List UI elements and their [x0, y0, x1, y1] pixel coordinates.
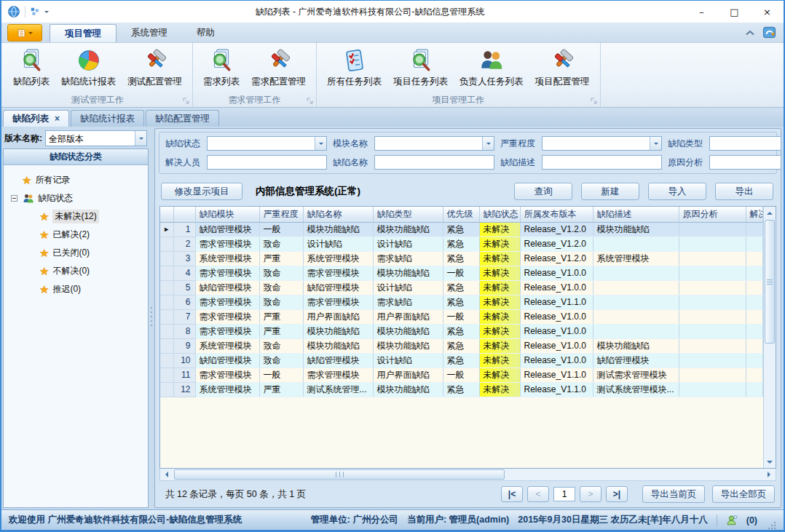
table-cell[interactable] [746, 353, 763, 368]
dialog-launcher-icon[interactable] [183, 98, 190, 105]
table-cell[interactable]: 设计缺陷 [303, 237, 373, 251]
table-cell[interactable]: 系统管理模块 [303, 251, 373, 266]
table-cell[interactable]: 需求缺陷 [373, 251, 443, 266]
table-cell[interactable]: 未解决 [479, 382, 520, 397]
table-cell[interactable] [593, 309, 679, 324]
table-cell[interactable] [593, 237, 679, 251]
table-cell[interactable]: 需求管理模块 [303, 295, 373, 309]
table-cell[interactable]: 紧急 [443, 280, 479, 295]
table-cell[interactable]: 系统管理模块 [195, 338, 259, 353]
table-cell[interactable]: 致命 [259, 237, 303, 251]
last-page-button[interactable]: >| [606, 486, 628, 502]
defect-report-button[interactable]: 缺陷统计报表 [55, 45, 122, 90]
table-cell[interactable]: 系统管理模块 [195, 382, 259, 397]
table-cell[interactable] [593, 324, 679, 338]
table-cell[interactable]: 严重 [259, 382, 303, 397]
table-row[interactable]: 10缺陷管理模块致命缺陷管理模块设计缺陷紧急未解决Release_V1.0.0缺… [160, 353, 763, 368]
column-header-0[interactable]: 缺陷模块 [195, 207, 259, 222]
table-cell[interactable]: 未解决 [479, 324, 520, 338]
table-cell[interactable]: 需求缺陷 [373, 295, 443, 309]
table-cell[interactable]: Release_V1.0.0 [520, 280, 593, 295]
table-cell[interactable]: 系统管理模块 [593, 251, 679, 266]
export-button[interactable]: 导出 [715, 183, 773, 200]
chevron-down-icon[interactable] [315, 137, 326, 150]
chevron-down-icon[interactable] [650, 137, 661, 150]
tree-item-postponed[interactable]: ★ 推迟(0) [11, 280, 145, 298]
version-combobox[interactable]: 全部版本 [45, 130, 147, 146]
table-cell[interactable]: 设计缺陷 [373, 280, 443, 295]
table-cell[interactable]: 紧急 [443, 222, 479, 237]
minimize-button[interactable]: – [685, 1, 718, 23]
project-config-button[interactable]: 项目配置管理 [529, 45, 596, 90]
table-cell[interactable] [679, 266, 746, 280]
table-cell[interactable]: Release_V1.1.0 [520, 368, 593, 382]
tree-item-closed[interactable]: ★ 已关闭(0) [11, 244, 145, 262]
table-cell[interactable]: 致命 [259, 280, 303, 295]
table-cell[interactable] [746, 280, 763, 295]
table-row[interactable]: 12系统管理模块严重测试系统管理...模块功能缺陷紧急未解决Release_V1… [160, 382, 763, 397]
table-cell[interactable]: 紧急 [443, 295, 479, 309]
query-button[interactable]: 查询 [514, 183, 572, 200]
ribbon-tab-help[interactable]: 帮助 [182, 24, 229, 42]
table-cell[interactable]: 模块功能缺陷 [373, 266, 443, 280]
table-row[interactable]: 2需求管理模块致命设计缺陷设计缺陷紧急未解决Release_V1.2.0 [160, 237, 763, 251]
dialog-launcher-icon[interactable] [591, 98, 598, 105]
table-cell[interactable]: 紧急 [443, 338, 479, 353]
test-config-button[interactable]: 测试配置管理 [122, 45, 188, 90]
tree-item-resolved[interactable]: ★ 已解决(2) [11, 226, 145, 244]
table-cell[interactable]: 未解决 [479, 353, 520, 368]
table-cell[interactable]: 紧急 [443, 324, 479, 338]
vertical-scroll-thumb[interactable] [765, 220, 775, 344]
table-cell[interactable] [593, 280, 679, 295]
table-cell[interactable] [593, 266, 679, 280]
table-cell[interactable]: 模块功能缺陷 [303, 338, 373, 353]
scroll-down-icon[interactable] [764, 456, 776, 468]
filter-combo-defect-status[interactable] [207, 136, 327, 151]
table-cell[interactable]: 需求管理模块 [303, 266, 373, 280]
quick-access-squares-icon[interactable] [30, 7, 40, 17]
messenger-person-icon[interactable] [726, 515, 738, 526]
table-cell[interactable] [746, 251, 763, 266]
table-cell[interactable]: Release_V1.0.0 [520, 266, 593, 280]
chevron-down-icon[interactable] [482, 137, 494, 150]
table-row[interactable]: 7需求管理模块严重用户界面缺陷用户界面缺陷一般未解决Release_V1.0.0 [160, 309, 763, 324]
table-cell[interactable]: 未解决 [479, 266, 520, 280]
column-header-3[interactable]: 缺陷类型 [373, 207, 443, 222]
vertical-scrollbar[interactable] [763, 207, 776, 468]
ribbon-tab-system[interactable]: 系统管理 [117, 24, 182, 42]
table-row[interactable]: 8需求管理模块严重模块功能缺陷模块功能缺陷紧急未解决Release_V1.0.0 [160, 324, 763, 338]
table-cell[interactable]: 一般 [443, 309, 479, 324]
table-cell[interactable]: 未解决 [479, 338, 520, 353]
table-cell[interactable]: 紧急 [443, 382, 479, 397]
table-cell[interactable] [679, 251, 746, 266]
table-cell[interactable]: 缺陷管理模块 [303, 280, 373, 295]
table-cell[interactable] [746, 237, 763, 251]
tab-close-icon[interactable]: × [55, 114, 60, 124]
table-cell[interactable] [593, 295, 679, 309]
table-row[interactable]: 4需求管理模块致命需求管理模块模块功能缺陷一般未解决Release_V1.0.0 [160, 266, 763, 280]
table-cell[interactable]: Release_V1.0.0 [520, 324, 593, 338]
table-cell[interactable] [746, 338, 763, 353]
project-tasks-button[interactable]: 项目任务列表 [387, 45, 454, 90]
table-cell[interactable]: 紧急 [443, 237, 479, 251]
table-cell[interactable]: 用户界面缺陷 [373, 309, 443, 324]
requirement-config-button[interactable]: 需求配置管理 [245, 45, 312, 90]
ribbon-tab-project[interactable]: 项目管理 [50, 24, 117, 42]
scroll-up-icon[interactable] [764, 207, 776, 218]
table-cell[interactable]: 缺陷管理模块 [195, 222, 259, 237]
table-cell[interactable] [679, 338, 746, 353]
table-cell[interactable] [746, 309, 763, 324]
tree-item-all-records[interactable]: ★ 所有记录 [11, 171, 145, 189]
table-cell[interactable] [679, 222, 746, 237]
help-icon[interactable] [762, 25, 776, 39]
table-cell[interactable]: 未解决 [479, 368, 520, 382]
table-cell[interactable]: 设计缺陷 [373, 353, 443, 368]
table-cell[interactable]: 模块功能缺陷 [373, 338, 443, 353]
table-cell[interactable] [746, 324, 763, 338]
table-cell[interactable]: 模块功能缺陷 [373, 222, 443, 237]
table-cell[interactable]: 模块功能缺陷 [593, 338, 679, 353]
filter-combo-module-name[interactable] [374, 136, 494, 151]
table-cell[interactable]: 缺陷管理模块 [593, 353, 679, 368]
table-cell[interactable]: 缺陷管理模块 [195, 280, 259, 295]
table-row[interactable]: 5缺陷管理模块致命缺陷管理模块设计缺陷紧急未解决Release_V1.0.0 [160, 280, 763, 295]
